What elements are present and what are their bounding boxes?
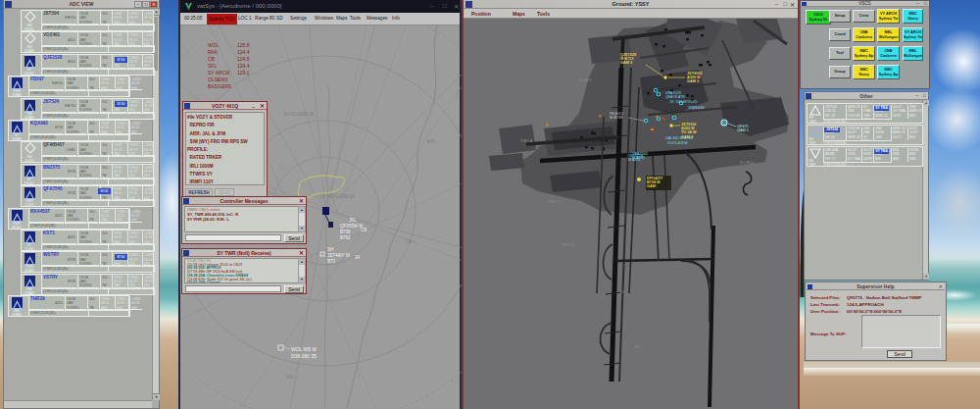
svg-text:UAL842 M B789: UAL842 M B789 — [665, 136, 693, 140]
svg-text:D38 280 35: D38 280 35 — [291, 353, 317, 359]
svg-text:BADGER9: BADGER9 — [208, 83, 231, 89]
svg-text:GAM 1: GAM 1 — [737, 128, 749, 132]
svg-text:GAM 3: GAM 3 — [687, 79, 699, 83]
svg-text:ILL HLD: ILL HLD — [740, 160, 755, 165]
svg-text:JST4WY M: JST4WY M — [327, 253, 350, 258]
svg-text:GWY 1: GWY 1 — [548, 199, 562, 204]
svg-text:RAK: RAK — [208, 49, 219, 55]
svg-text:SFL: SFL — [208, 63, 217, 69]
svg-text:OLSEM3: OLSEM3 — [208, 77, 228, 82]
svg-text:M B738: M B738 — [610, 116, 622, 120]
svg-text:126.1: 126.1 — [237, 70, 250, 76]
svg-text:B762: B762 — [340, 235, 351, 240]
svg-text:TWY A: TWY A — [520, 138, 533, 143]
svg-text:WOL W5 M: WOL W5 M — [291, 346, 317, 352]
svg-text:QF355W M: QF355W M — [340, 224, 363, 229]
svg-text:B1: B1 — [635, 344, 641, 349]
svg-text:GWY 3: GWY 3 — [562, 242, 575, 247]
svg-text:CB: CB — [406, 239, 412, 244]
svg-text:DOM 2: DOM 2 — [579, 77, 592, 82]
svg-text:SY ARCM: SY ARCM — [208, 70, 229, 76]
svg-text:SH BADGER9 SF: SH BADGER9 SF — [319, 194, 355, 199]
svg-text:B73: B73 — [327, 259, 336, 264]
svg-text:124.5: 124.5 — [237, 56, 250, 62]
svg-text:GAM: GAM — [647, 184, 656, 188]
svg-text:WOL: WOL — [208, 42, 220, 48]
svg-text:B78: B78 — [427, 139, 436, 144]
svg-text:GAM 3: GAM 3 — [620, 61, 632, 65]
svg-text:125.8: 125.8 — [237, 42, 250, 48]
svg-text:B738: B738 — [340, 230, 351, 234]
svg-text:JFL: JFL — [349, 218, 357, 223]
svg-text:124.4: 124.4 — [237, 49, 250, 55]
svg-text:CB: CB — [208, 56, 216, 62]
svg-text:SH: SH — [327, 247, 333, 252]
svg-text:VOZ54 W: VOZ54 W — [688, 106, 705, 110]
svg-text:B7: B7 — [620, 289, 626, 294]
svg-text:124.4: 124.4 — [237, 63, 250, 69]
svg-text:VOZ1418 M: VOZ1418 M — [667, 141, 687, 145]
svg-text:RIC: RIC — [286, 375, 295, 380]
svg-text:JST631 M VOZ5: JST631 M VOZ5 — [669, 100, 697, 104]
svg-text:SH OLSEM3 W: SH OLSEM3 W — [283, 112, 315, 117]
svg-text:34: 34 — [355, 255, 361, 260]
svg-text:CB: CB — [361, 228, 367, 232]
svg-text:QFA78 ATR: QFA78 ATR — [665, 95, 685, 99]
svg-text:M A321: M A321 — [628, 158, 641, 162]
